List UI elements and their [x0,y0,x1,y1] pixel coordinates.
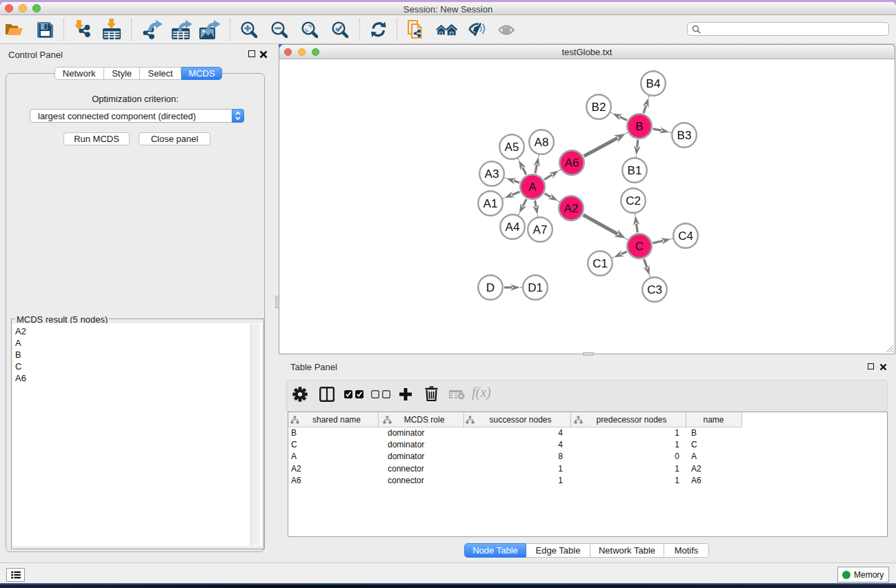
svg-text:C1: C1 [593,257,608,270]
svg-text:C: C [635,240,644,253]
svg-text:A2: A2 [564,202,579,215]
svg-text:B4: B4 [646,77,661,90]
svg-text:A6: A6 [565,156,579,170]
svg-text:B1: B1 [628,164,642,177]
svg-text:A5: A5 [505,141,519,154]
svg-text:A4: A4 [506,221,520,234]
svg-text:A8: A8 [535,136,549,149]
svg-text:B2: B2 [592,101,606,114]
svg-text:C2: C2 [626,194,641,207]
svg-text:C3: C3 [647,283,662,296]
svg-text:B: B [635,120,643,133]
svg-text:A3: A3 [485,168,499,181]
svg-text:A: A [528,181,537,194]
svg-text:C4: C4 [678,230,693,243]
svg-text:D: D [486,281,495,294]
svg-text:B3: B3 [677,129,692,142]
svg-text:D1: D1 [528,281,543,294]
svg-text:A1: A1 [484,197,498,210]
svg-text:A7: A7 [533,223,548,236]
